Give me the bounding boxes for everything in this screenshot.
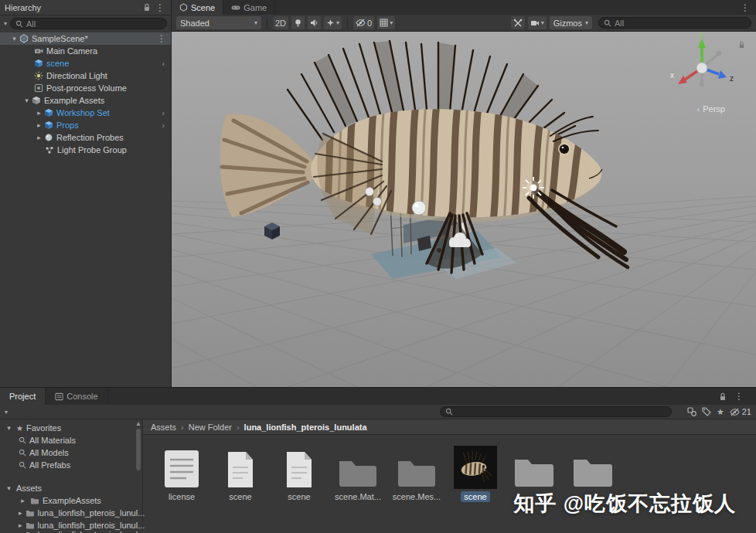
hierarchy-item-postprocess-volume[interactable]: Post-process Volume bbox=[0, 82, 171, 94]
hierarchy-item-example-assets[interactable]: ▾ Example Assets bbox=[0, 94, 171, 107]
sidebar-scrollbar[interactable]: ▲ bbox=[135, 421, 142, 533]
folder-icon bbox=[26, 509, 35, 517]
scroll-up-icon[interactable]: ▲ bbox=[135, 421, 141, 427]
hidden-packages-count[interactable]: 21 bbox=[730, 407, 751, 416]
camera-gizmo[interactable] bbox=[412, 201, 426, 215]
hierarchy-item-reflection-probes[interactable]: ▸ Reflection Probes bbox=[0, 131, 171, 144]
scene-viewport[interactable]: y x z ‹ Persp bbox=[172, 32, 756, 387]
hidden-objects-button[interactable]: 0 bbox=[353, 16, 374, 29]
projection-toggle[interactable]: ‹ Persp bbox=[697, 104, 725, 114]
asset-meshes-folder[interactable]: scene.Mes... bbox=[387, 441, 446, 502]
lock-icon[interactable] bbox=[143, 3, 151, 12]
breadcrumb-new-folder[interactable]: New Folder bbox=[189, 423, 232, 432]
hierarchy-search-input[interactable] bbox=[26, 19, 162, 29]
shading-mode-dropdown[interactable]: Shaded ▾ bbox=[176, 16, 261, 29]
folder-icon bbox=[30, 497, 39, 504]
chevron-down-icon: ▾ bbox=[541, 19, 544, 26]
sidebar-item-all-prefabs[interactable]: All Prefabs bbox=[0, 459, 142, 471]
hierarchy-item-directional-light[interactable]: Directional Light bbox=[0, 70, 171, 82]
favorites-header[interactable]: ▾ ★ Favorites bbox=[0, 422, 142, 434]
hierarchy-item-workshop-set[interactable]: ▸ Workshop Set › bbox=[0, 107, 171, 119]
scene-panel: Scene Game ⋮ Shaded ▾ 2D bbox=[172, 0, 756, 387]
sidebar-item-all-models[interactable]: All Models bbox=[0, 446, 142, 459]
project-menu-icon[interactable]: ⋮ bbox=[733, 392, 745, 400]
foldout-open-icon[interactable]: ▾ bbox=[9, 32, 19, 45]
project-tabbar: Project Console ⋮ bbox=[0, 388, 756, 405]
sidebar-item-lionfish-folder-2[interactable]: ▸ luna_lionfish_pterois_lunul... bbox=[0, 519, 142, 531]
prefab-cube-icon bbox=[44, 108, 53, 117]
orientation-gizmo[interactable]: y x z bbox=[667, 33, 737, 103]
foldout-closed-icon[interactable]: ▸ bbox=[34, 119, 44, 131]
breadcrumb-chevron-icon: › bbox=[181, 423, 184, 432]
scene-lighting-button[interactable] bbox=[291, 16, 305, 29]
scene-camera-dropdown[interactable]: ▾ bbox=[528, 16, 547, 29]
foldout-closed-icon[interactable]: ▸ bbox=[34, 131, 44, 144]
light-probe-group-icon bbox=[45, 145, 54, 154]
file-grid: license scene scene scene.Mat... bbox=[143, 435, 756, 533]
item-options-icon[interactable]: ⋮ bbox=[155, 35, 168, 42]
hierarchy-item-props[interactable]: ▸ Props › bbox=[0, 119, 171, 131]
search-filter-dropdown-icon[interactable]: ▾ bbox=[4, 20, 7, 27]
sun-gizmo[interactable] bbox=[523, 177, 544, 199]
tab-console[interactable]: Console bbox=[46, 388, 107, 405]
sidebar-item-exampleassets[interactable]: ▸ ExampleAssets bbox=[0, 494, 142, 507]
scene-search-input[interactable] bbox=[615, 19, 746, 28]
foldout-open-icon[interactable]: ▾ bbox=[22, 94, 32, 107]
search-by-type-icon[interactable] bbox=[687, 407, 696, 416]
tab-game[interactable]: Game bbox=[223, 0, 275, 15]
hierarchy-search[interactable] bbox=[10, 18, 167, 29]
favorites-star-icon: ★ bbox=[16, 424, 23, 433]
hierarchy-item-scene-root[interactable]: ▾ SampleScene* ⋮ bbox=[0, 32, 171, 45]
asset-scene-file-2[interactable]: scene bbox=[270, 441, 329, 502]
prefab-chevron-icon[interactable]: › bbox=[162, 57, 165, 70]
gizmos-dropdown[interactable]: Gizmos ▾ bbox=[550, 16, 592, 29]
breadcrumb-current[interactable]: luna_lionfish_pterois_lunulata bbox=[244, 423, 367, 432]
scrollbar-thumb[interactable] bbox=[136, 429, 141, 470]
window-menu-icon[interactable]: ⋮ bbox=[739, 4, 751, 12]
hierarchy-item-scene-prefab[interactable]: scene › bbox=[0, 57, 171, 70]
asset-materials-folder[interactable]: scene.Mat... bbox=[329, 441, 387, 502]
sidebar-item-lionfish-folder-1[interactable]: ▸ luna_lionfish_pterois_lunul... bbox=[0, 507, 142, 519]
sidebar-item-all-materials[interactable]: All Materials bbox=[0, 434, 142, 446]
grid-settings-dropdown[interactable]: ▾ bbox=[377, 16, 395, 29]
cube-gizmo[interactable] bbox=[264, 222, 280, 239]
toggle-2d-button[interactable]: 2D bbox=[273, 16, 288, 29]
tab-project[interactable]: Project bbox=[0, 388, 46, 405]
scene-tools-button[interactable] bbox=[511, 16, 525, 29]
scene-search[interactable] bbox=[598, 17, 751, 29]
volume-icon bbox=[34, 83, 43, 93]
prefab-chevron-icon[interactable]: › bbox=[162, 119, 165, 131]
hierarchy-item-main-camera[interactable]: Main Camera bbox=[0, 45, 171, 57]
project-search[interactable] bbox=[440, 406, 672, 417]
asset-scene-file-1[interactable]: scene bbox=[211, 441, 270, 502]
folder-icon bbox=[570, 453, 615, 489]
asset-license[interactable]: license bbox=[152, 441, 211, 502]
project-search-input[interactable] bbox=[456, 407, 666, 416]
save-search-icon[interactable]: ★ bbox=[717, 407, 724, 417]
viewport-lock-icon[interactable] bbox=[738, 41, 745, 49]
speaker-icon bbox=[310, 19, 318, 27]
prefab-chevron-icon[interactable]: › bbox=[162, 107, 165, 119]
top-section: Hierarchy ⋮ ▾ ▾ SampleScene* ⋮ bbox=[0, 0, 756, 387]
camera-settings-icon bbox=[530, 19, 540, 27]
foldout-closed-icon[interactable]: ▸ bbox=[34, 107, 44, 119]
tab-scene[interactable]: Scene bbox=[172, 0, 223, 15]
folder-icon bbox=[512, 453, 557, 489]
breadcrumb-assets[interactable]: Assets bbox=[151, 423, 176, 432]
scene-effects-dropdown[interactable]: ▾ bbox=[324, 16, 342, 29]
asset-scene-selected[interactable]: scene bbox=[446, 441, 505, 502]
search-by-label-icon[interactable] bbox=[702, 407, 711, 416]
breadcrumb-chevron-icon: › bbox=[237, 423, 240, 432]
camera-icon bbox=[34, 46, 43, 56]
assets-header[interactable]: ▾ Assets bbox=[0, 482, 142, 494]
scene-tab-icon bbox=[179, 3, 188, 12]
hierarchy-item-light-probe-group[interactable]: Light Probe Group bbox=[0, 144, 171, 156]
console-tab-icon bbox=[55, 392, 63, 401]
lock-icon[interactable] bbox=[719, 392, 727, 401]
axis-y-label: y bbox=[700, 33, 703, 39]
tools-icon bbox=[513, 19, 523, 28]
hierarchy-search-row: ▾ bbox=[0, 15, 171, 32]
scene-audio-button[interactable] bbox=[308, 16, 321, 29]
hierarchy-menu-icon[interactable]: ⋮ bbox=[154, 4, 166, 12]
create-dropdown-icon[interactable]: ▾ bbox=[5, 409, 8, 416]
